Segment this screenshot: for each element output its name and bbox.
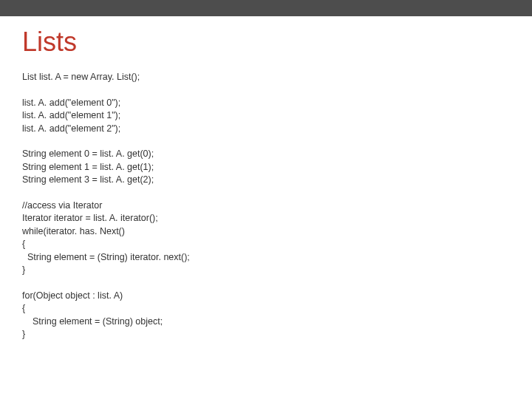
slide-content: Lists List list. A = new Array. List(); … — [0, 16, 532, 341]
code-line: } — [22, 328, 510, 341]
code-line: List list. A = new Array. List(); — [22, 71, 510, 84]
code-line: String element 0 = list. A. get(0); — [22, 148, 510, 161]
blank-line — [22, 187, 510, 200]
code-line: { — [22, 302, 510, 316]
code-line: String element = (String) iterator. next… — [22, 251, 510, 265]
code-line: list. A. add("element 1"); — [22, 109, 510, 123]
code-line: list. A. add("element 0"); — [22, 97, 510, 110]
code-line: String element = (String) object; — [22, 316, 510, 329]
code-line: { — [22, 238, 510, 251]
code-line: while(iterator. has. Next() — [22, 225, 510, 239]
code-line: //access via Iterator — [22, 200, 510, 213]
blank-line — [22, 84, 510, 97]
page-title: Lists — [22, 27, 510, 58]
code-line: String element 1 = list. A. get(1); — [22, 161, 510, 174]
code-block: List list. A = new Array. List(); list. … — [22, 71, 510, 341]
code-line: list. A. add("element 2"); — [22, 123, 510, 136]
blank-line — [22, 135, 510, 148]
code-line: for(Object object : list. A) — [22, 290, 510, 303]
code-line: Iterator iterator = list. A. iterator(); — [22, 212, 510, 225]
top-bar — [0, 0, 532, 16]
blank-line — [22, 277, 510, 290]
code-line: String element 3 = list. A. get(2); — [22, 174, 510, 187]
code-line: } — [22, 264, 510, 277]
